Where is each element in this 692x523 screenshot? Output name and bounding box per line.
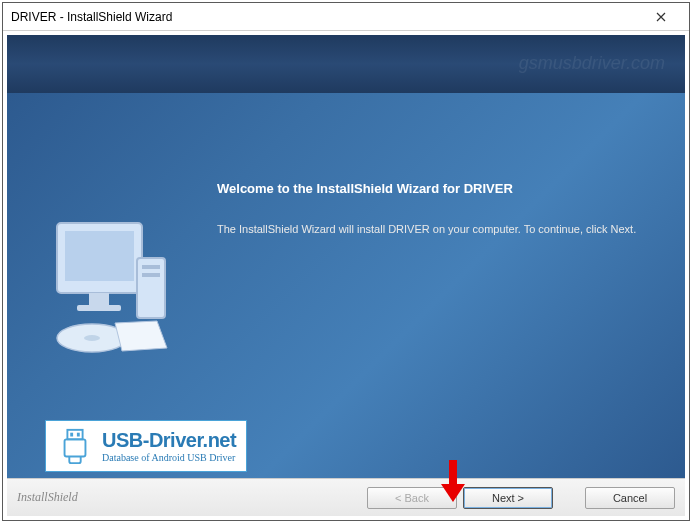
svg-rect-11 — [77, 433, 80, 437]
svg-rect-6 — [142, 273, 160, 277]
next-button[interactable]: Next > — [463, 487, 553, 509]
watermark-text: gsmusbdriver.com — [519, 53, 665, 74]
window-title: DRIVER - InstallShield Wizard — [11, 10, 641, 24]
usb-plug-icon — [56, 427, 94, 465]
logo-text-group: USB-Driver.net Database of Android USB D… — [102, 429, 236, 463]
welcome-body: The InstallShield Wizard will install DR… — [217, 223, 636, 235]
logo-subtitle: Database of Android USB Driver — [102, 452, 236, 463]
svg-rect-10 — [70, 433, 73, 437]
svg-rect-1 — [65, 231, 134, 281]
main-panel: Welcome to the InstallShield Wizard for … — [7, 93, 685, 478]
close-icon — [656, 12, 666, 22]
titlebar: DRIVER - InstallShield Wizard — [3, 3, 689, 31]
svg-point-8 — [84, 335, 100, 341]
logo-badge: USB-Driver.net Database of Android USB D… — [45, 420, 247, 472]
header-band: gsmusbdriver.com — [7, 35, 685, 93]
installer-window: DRIVER - InstallShield Wizard gsmusbdriv… — [2, 2, 690, 521]
cancel-button[interactable]: Cancel — [585, 487, 675, 509]
red-arrow-icon — [439, 458, 467, 506]
close-button[interactable] — [641, 4, 681, 30]
svg-rect-13 — [449, 460, 457, 486]
svg-rect-12 — [65, 439, 86, 456]
installshield-brand: InstallShield — [17, 490, 78, 505]
svg-rect-9 — [67, 430, 82, 440]
content-area: gsmusbdriver.com Welcome to the InstallS… — [3, 31, 689, 520]
svg-rect-3 — [77, 305, 121, 311]
computer-icon — [37, 213, 187, 363]
svg-rect-2 — [89, 293, 109, 305]
svg-rect-5 — [142, 265, 160, 269]
welcome-heading: Welcome to the InstallShield Wizard for … — [217, 181, 513, 196]
footer-bar: InstallShield < Back Next > Cancel — [7, 478, 685, 516]
logo-title: USB-Driver.net — [102, 429, 236, 452]
